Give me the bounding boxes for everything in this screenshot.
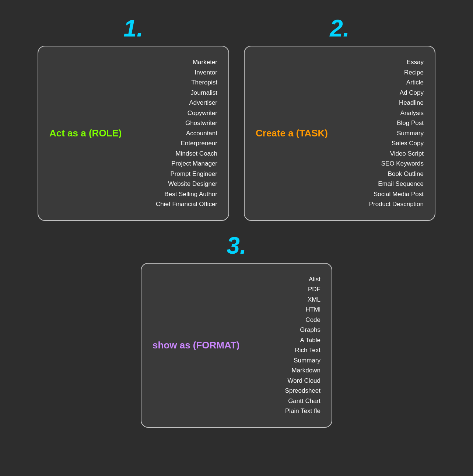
step-2-number: 2. <box>330 15 349 42</box>
step-3-number: 3. <box>227 232 246 259</box>
list-item: Enterpreneur <box>181 139 217 148</box>
list-item: Word Cloud <box>288 376 320 386</box>
step-2-label: Create a (TASK) <box>256 128 328 139</box>
step-1-list: MarketerInventorTheropistJournalistAdver… <box>129 58 218 209</box>
step-3-card: show as (FORMAT)AlistPDFXMLHTMlCodeGraph… <box>141 263 332 428</box>
list-item: XML <box>308 295 320 305</box>
list-item: Headline <box>399 98 424 108</box>
list-item: HTMl <box>305 305 320 315</box>
list-item: SEO Keywords <box>381 159 424 168</box>
step-2-container: 2.Create a (TASK)EssayRecipeArticleAd Co… <box>244 15 435 221</box>
list-item: Copywriter <box>188 108 217 118</box>
top-row: 1.Act as a (ROLE)MarketerInventorTheropi… <box>22 15 451 221</box>
list-item: Analysis <box>400 108 424 118</box>
step-3-list: AlistPDFXMLHTMlCodeGraphsA TableRich Tex… <box>247 275 320 416</box>
list-item: Spreodsheet <box>285 386 320 396</box>
list-item: Product Description <box>369 199 424 209</box>
list-item: Inventor <box>195 68 217 77</box>
list-item: Best Selling Author <box>164 190 217 199</box>
list-item: Blog Post <box>397 118 424 128</box>
step-1-container: 1.Act as a (ROLE)MarketerInventorTheropi… <box>38 15 229 221</box>
list-item: Ad Copy <box>400 88 424 98</box>
list-item: Mindset Coach <box>176 149 217 159</box>
step-1-number: 1. <box>123 15 143 42</box>
list-item: PDF <box>308 285 320 294</box>
list-item: Article <box>406 78 424 87</box>
list-item: Prompt Engineer <box>170 169 217 179</box>
step-1-card: Act as a (ROLE)MarketerInventorTheropist… <box>38 46 229 221</box>
list-item: Social Media Post <box>374 190 424 199</box>
list-item: Graphs <box>300 325 320 335</box>
step-3-container: 3.show as (FORMAT)AlistPDFXMLHTMlCodeGra… <box>141 232 332 428</box>
list-item: Email Sequence <box>378 179 424 189</box>
list-item: Marketer <box>193 58 217 67</box>
list-item: Summary <box>397 129 424 138</box>
list-item: Alist <box>309 275 320 284</box>
list-item: Ghostwriter <box>185 118 217 128</box>
list-item: Rich Text <box>295 345 320 355</box>
list-item: Advertiser <box>189 98 217 108</box>
list-item: Summary <box>294 356 320 365</box>
list-item: Journalist <box>190 88 217 98</box>
list-item: Accountant <box>186 129 217 138</box>
list-item: Markdown <box>292 366 320 375</box>
list-item: A Table <box>300 336 320 345</box>
list-item: Plain Text fle <box>285 406 320 416</box>
list-item: Video Script <box>390 149 424 159</box>
list-item: Essay <box>407 58 424 67</box>
list-item: Website Designer <box>168 179 217 189</box>
step-2-list: EssayRecipeArticleAd CopyHeadlineAnalysi… <box>335 58 424 209</box>
list-item: Project Manager <box>171 159 217 168</box>
step-1-label: Act as a (ROLE) <box>49 128 122 139</box>
list-item: Code <box>305 315 320 325</box>
list-item: Sales Copy <box>392 139 424 148</box>
step-3-label: show as (FORMAT) <box>153 340 239 351</box>
step-2-card: Create a (TASK)EssayRecipeArticleAd Copy… <box>244 46 435 221</box>
list-item: Book Outline <box>388 169 424 179</box>
list-item: Theropist <box>191 78 217 87</box>
bottom-row: 3.show as (FORMAT)AlistPDFXMLHTMlCodeGra… <box>22 232 451 428</box>
list-item: Recipe <box>404 68 424 77</box>
list-item: Chief Financial Officer <box>156 199 217 209</box>
list-item: Gantt Chart <box>288 396 320 406</box>
